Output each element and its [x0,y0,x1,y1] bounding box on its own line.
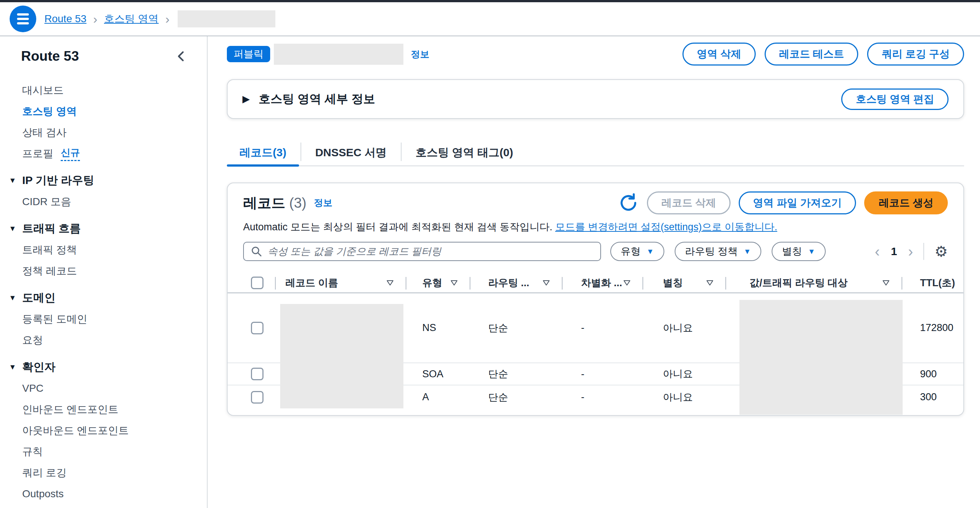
sidebar-item-vpc[interactable]: VPC [0,377,207,399]
expand-right-icon: ▶ [242,93,250,105]
tab-dnssec-signing[interactable]: DNSSEC 서명 [303,139,399,166]
tab-bar: 레코드(3) DNSSEC 서명 호스팅 영역 태그(0) [227,139,964,166]
refresh-button[interactable] [618,193,639,213]
sidebar-item-inbound-endpoints[interactable]: 인바운드 엔드포인트 [0,399,207,420]
column-header-ttl[interactable]: TTL(초) [902,273,963,293]
record-count: (3) [290,195,306,211]
sidebar-item-health-checks[interactable]: 상태 검사 [0,122,207,143]
tab-hosted-zone-tags[interactable]: 호스팅 영역 태그(0) [403,139,525,166]
edit-hosted-zone-button[interactable]: 호스팅 영역 편집 [841,89,948,110]
sidebar-section-label: 확인자 [22,360,56,375]
cell-ttl: 300 [902,385,963,409]
sidebar-item-requests[interactable]: 요청 [0,330,207,350]
redacted-zone-name [178,10,275,27]
breadcrumb-link-route53[interactable]: Route 53 [45,13,87,25]
cell-differentiator: - [562,363,643,385]
sidebar-item-traffic-policies[interactable]: 트래픽 정책 [0,239,207,260]
current-page-number[interactable]: 1 [891,245,897,258]
zone-type-badge: 퍼블릭 [227,46,270,62]
alias-filter-dropdown[interactable]: 별칭 ▼ [772,242,826,261]
hamburger-menu-button[interactable] [10,6,36,32]
details-expander[interactable]: ▶ 호스팅 영역 세부 정보 [242,91,375,107]
redacted-record-values [740,300,903,415]
sidebar-section-resolver[interactable]: ▼ 확인자 [0,357,207,377]
delete-record-button[interactable]: 레코드 삭제 [647,191,730,214]
sort-icon [387,280,394,286]
column-header-differentiator[interactable]: 차별화 ... [562,273,643,293]
breadcrumb-link-hosted-zones[interactable]: 호스팅 영역 [104,12,159,26]
info-link[interactable]: 정보 [314,197,332,209]
row-checkbox[interactable] [251,391,264,404]
column-header-alias[interactable]: 별칭 [643,273,725,293]
record-filter-input[interactable]: 속성 또는 값을 기준으로 레코드 필터링 [243,242,601,261]
chevron-right-icon: › [93,13,97,25]
cell-alias: 아니요 [643,293,725,363]
sidebar-item-hosted-zones[interactable]: 호스팅 영역 [0,101,207,122]
next-page-button[interactable]: › [908,244,913,259]
table-header-row: 레코드 이름 유형 라우팅 ... 차별화 ... 별칭 [228,273,963,293]
cell-type: A [406,385,469,409]
sort-icon [706,280,714,286]
column-header-record-name[interactable]: 레코드 이름 [275,273,406,293]
sidebar-section-ip-based-routing[interactable]: ▼ IP 기반 라우팅 [0,170,207,191]
mode-text: Automatic 모드는 최상의 필터 결과에 최적화된 현재 검색 동작입니… [243,221,552,233]
sort-icon [623,280,631,286]
import-zone-file-button[interactable]: 영역 파일 가져오기 [739,191,856,214]
cell-differentiator: - [562,385,643,409]
filter-label: 유형 [620,245,641,258]
chevron-left-icon [175,50,188,62]
sidebar-nav: 대시보드 호스팅 영역 상태 검사 프로필 신규 ▼ IP 기반 라우팅 CID… [0,80,207,504]
column-label: TTL(초) [920,276,955,290]
cell-routing: 단순 [469,385,562,409]
info-link[interactable]: 정보 [411,48,429,61]
redacted-zone-title [274,44,403,65]
row-checkbox[interactable] [251,322,264,334]
sidebar-item-dashboard[interactable]: 대시보드 [0,80,207,101]
tab-label: 레코드(3) [239,145,286,160]
refresh-icon [619,193,638,213]
tab-label: 호스팅 영역 태그(0) [415,145,513,160]
sidebar-item-query-logging[interactable]: 쿼리 로깅 [0,462,207,483]
delete-zone-button[interactable]: 영역 삭제 [682,43,756,65]
page-header: 퍼블릭 정보 영역 삭제 레코드 테스트 쿼리 로깅 구성 [227,43,964,65]
sidebar-item-profiles[interactable]: 프로필 신규 [0,143,207,164]
collapse-sidebar-button[interactable] [175,50,188,62]
sidebar-item-label: 프로필 [22,147,53,161]
records-table: 레코드 이름 유형 라우팅 ... 차별화 ... 별칭 [228,273,963,409]
tab-records[interactable]: 레코드(3) [227,139,299,166]
select-all-checkbox[interactable] [251,277,264,289]
settings-gear-icon[interactable]: ⚙ [934,244,948,259]
sidebar-item-rules[interactable]: 규칙 [0,441,207,462]
tab-divider [301,143,301,161]
tab-label: DNSSEC 서명 [315,145,387,160]
sidebar-item-cidr-collections[interactable]: CIDR 모음 [0,191,207,212]
sidebar-item-outposts[interactable]: Outposts [0,483,207,504]
records-panel: 레코드 (3) 정보 레코드 삭제 영역 파일 가져오기 레코드 생성 Auto… [227,183,964,416]
column-header-type[interactable]: 유형 [406,273,469,293]
details-panel-title: 호스팅 영역 세부 정보 [259,91,375,107]
column-label: 값/트래픽 라우팅 대상 [749,276,848,290]
new-badge-link[interactable]: 신규 [61,146,80,161]
column-header-value[interactable]: 값/트래픽 라우팅 대상 [725,273,902,293]
test-record-button[interactable]: 레코드 테스트 [765,43,859,65]
configure-query-logging-button[interactable]: 쿼리 로깅 구성 [867,43,964,65]
hamburger-icon [17,22,29,24]
settings-mode-link[interactable]: 모드를 변경하려면 설정(settings)으로 이동합니다. [555,221,777,233]
create-record-button[interactable]: 레코드 생성 [864,191,948,214]
sidebar-item-outbound-endpoints[interactable]: 아웃바운드 엔드포인트 [0,420,207,441]
row-checkbox[interactable] [251,368,264,380]
cell-type: SOA [406,363,469,385]
cell-differentiator: - [562,293,643,363]
previous-page-button[interactable]: ‹ [875,244,880,259]
main-content: 퍼블릭 정보 영역 삭제 레코드 테스트 쿼리 로깅 구성 ▶ 호스팅 영역 세… [208,36,980,508]
sidebar-section-traffic-flow[interactable]: ▼ 트래픽 흐름 [0,218,207,239]
routing-policy-filter-dropdown[interactable]: 라우팅 정책 ▼ [675,242,761,261]
pagination: ‹ 1 › [875,244,913,259]
type-filter-dropdown[interactable]: 유형 ▼ [610,242,664,261]
sidebar-section-label: 도메인 [22,290,56,306]
sidebar-item-policy-records[interactable]: 정책 레코드 [0,260,207,282]
records-panel-title: 레코드 (3) [243,196,306,210]
column-header-routing[interactable]: 라우팅 ... [469,273,562,293]
sidebar-item-registered-domains[interactable]: 등록된 도메인 [0,309,207,330]
sidebar-section-domains[interactable]: ▼ 도메인 [0,287,207,309]
